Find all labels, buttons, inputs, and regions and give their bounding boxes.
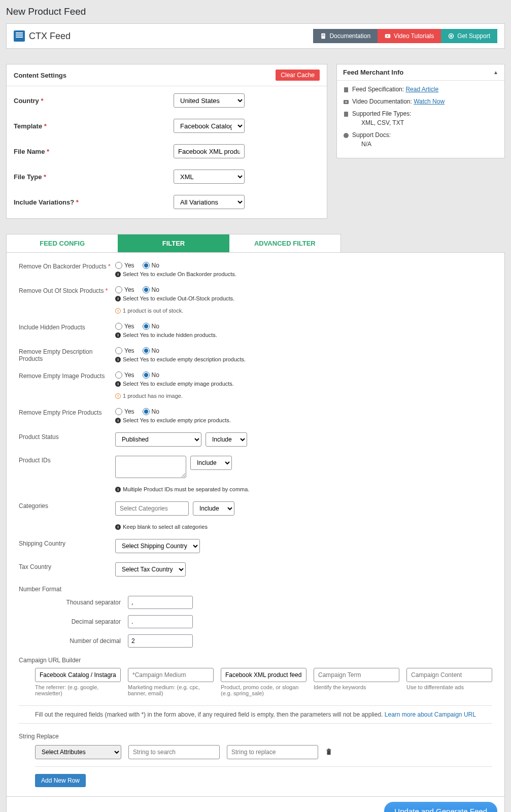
- svg-rect-14: [328, 749, 330, 750]
- campaign-source-input[interactable]: [35, 668, 121, 682]
- ids-include-select[interactable]: Include: [190, 456, 232, 470]
- emptyimg-warn: 1 product has no image.: [123, 393, 183, 399]
- info-icon: i: [115, 524, 121, 530]
- video-label: Video Documentation:: [352, 98, 412, 105]
- campaign-term-input[interactable]: [314, 668, 399, 682]
- video-tutorials-button[interactable]: Video Tutorials: [378, 29, 441, 43]
- support-label: Support Docs:: [352, 131, 391, 139]
- campaign-medium-hint: Marketing medium: (e.g. cpc, banner, ema…: [128, 684, 214, 696]
- support-value: N/A: [361, 141, 391, 148]
- update-generate-feed-button[interactable]: Update and Generate Feed: [384, 802, 497, 812]
- emptyimg-yes-radio[interactable]: [115, 371, 122, 379]
- thousand-input[interactable]: [128, 596, 193, 609]
- numdec-label: Number of decimal: [19, 637, 128, 645]
- tabs: FEED CONFIG FILTER ADVANCED FILTER: [6, 234, 341, 252]
- get-support-button[interactable]: Get Support: [441, 29, 497, 43]
- warning-icon: !: [115, 393, 121, 399]
- watch-now-link[interactable]: Watch Now: [414, 98, 445, 105]
- documentation-button[interactable]: Documentation: [313, 29, 378, 43]
- add-new-row-button[interactable]: Add New Row: [35, 774, 86, 787]
- document-icon: [320, 33, 326, 39]
- backorder-yes-radio[interactable]: [115, 262, 122, 269]
- ctx-feed-logo-icon: [14, 30, 25, 42]
- decimal-input[interactable]: [128, 615, 193, 628]
- hidden-no-radio[interactable]: [143, 323, 150, 330]
- tax-label: Tax Country: [19, 562, 115, 570]
- campaign-header: Campaign URL Builder: [19, 657, 492, 664]
- emptydesc-help: Select Yes to exclude empty description …: [123, 356, 246, 362]
- emptydesc-no-radio[interactable]: [143, 347, 150, 354]
- numdec-input[interactable]: [128, 634, 193, 648]
- campaign-name-input[interactable]: [221, 668, 306, 682]
- string-search-input[interactable]: [128, 745, 220, 759]
- country-select[interactable]: United States: [174, 93, 245, 108]
- feed-merchant-info-card: Feed Merchant Info ▲ Feed Specification:…: [336, 64, 505, 158]
- cat-include-select[interactable]: Include: [193, 501, 234, 516]
- top-card: CTX Feed Documentation Video Tutorials G…: [6, 23, 505, 49]
- emptydesc-yes-radio[interactable]: [115, 347, 122, 354]
- emptydesc-label: Remove Empty Description Products: [19, 347, 115, 362]
- string-attr-select[interactable]: Select Attributes: [35, 745, 121, 759]
- sup-label: Get Support: [457, 32, 490, 40]
- country-label: Country: [14, 97, 39, 105]
- ids-help: Multiple Product IDs must be separated b…: [123, 486, 249, 492]
- campaign-learn-more-link[interactable]: Learn more about Campaign URL: [385, 711, 476, 718]
- sidebar-title: Feed Merchant Info: [343, 69, 403, 76]
- outofstock-no-radio[interactable]: [143, 286, 150, 293]
- filetype-label: File Type: [14, 173, 42, 181]
- info-icon: i: [115, 487, 121, 492]
- status-include-select[interactable]: Include: [206, 432, 247, 447]
- content-settings-card: Content Settings Clear Cache Country * U…: [6, 64, 327, 219]
- categories-input[interactable]: [115, 501, 189, 516]
- template-select[interactable]: Facebook Catalog / Instagram: [174, 119, 245, 133]
- doc-label: Documentation: [329, 32, 370, 40]
- cat-help: Keep blank to select all categories: [123, 524, 208, 530]
- campaign-medium-input[interactable]: [128, 668, 214, 682]
- read-article-link[interactable]: Read Article: [405, 86, 438, 93]
- warning-icon: !: [115, 308, 121, 314]
- outofstock-yes-radio[interactable]: [115, 286, 122, 293]
- emptyimg-label: Remove Empty Image Products: [19, 371, 115, 380]
- tab-filter[interactable]: FILTER: [118, 234, 229, 252]
- cat-label: Categories: [19, 501, 115, 510]
- collapse-icon[interactable]: ▲: [493, 70, 498, 75]
- svg-rect-2: [322, 36, 325, 36]
- tax-country-select[interactable]: Select Tax Country: [115, 562, 186, 577]
- ship-label: Shipping Country: [19, 539, 115, 547]
- file-icon: [343, 111, 349, 117]
- campaign-content-hint: Use to differentiate ads: [406, 684, 492, 690]
- bottom-bar: Update and Generate Feed: [6, 797, 505, 812]
- filetypes-label: Supported File Types:: [352, 110, 412, 117]
- template-label: Template: [14, 122, 42, 130]
- outofstock-label: Remove Out Of Stock Products: [19, 287, 104, 294]
- lifebuoy-icon: [448, 33, 454, 39]
- emptyimg-no-radio[interactable]: [143, 371, 150, 379]
- status-select[interactable]: Published: [115, 432, 201, 447]
- filename-input[interactable]: [174, 144, 245, 158]
- shipping-country-select[interactable]: Select Shipping Country: [115, 539, 200, 553]
- campaign-term-hint: Identify the keywords: [314, 684, 399, 690]
- filter-panel: Remove On Backorder Products * Yes No iS…: [6, 252, 505, 797]
- svg-point-5: [449, 34, 454, 39]
- hidden-yes-radio[interactable]: [115, 323, 122, 330]
- clear-cache-button[interactable]: Clear Cache: [276, 70, 320, 81]
- page-title: New Product Feed: [6, 6, 505, 17]
- tab-advanced-filter[interactable]: ADVANCED FILTER: [229, 234, 340, 252]
- backorder-no-radio[interactable]: [143, 262, 150, 269]
- variations-select[interactable]: All Variations: [174, 195, 245, 209]
- svg-rect-7: [344, 87, 348, 92]
- emptyprice-yes-radio[interactable]: [115, 408, 122, 415]
- logo-wrap: CTX Feed: [14, 30, 71, 42]
- backorder-help: Select Yes to exclude On Backorder produ…: [123, 271, 236, 277]
- required-mark: *: [47, 148, 49, 155]
- product-ids-textarea[interactable]: [115, 456, 186, 478]
- trash-icon[interactable]: [325, 748, 332, 756]
- svg-point-6: [451, 36, 452, 37]
- emptyprice-no-radio[interactable]: [143, 408, 150, 415]
- backorder-label: Remove On Backorder Products: [19, 263, 107, 270]
- filetype-select[interactable]: XML: [174, 170, 245, 184]
- campaign-content-input[interactable]: [406, 668, 492, 682]
- emptyprice-help: Select Yes to exclude empty price produc…: [123, 417, 231, 423]
- string-replace-input[interactable]: [227, 745, 318, 759]
- tab-feed-config[interactable]: FEED CONFIG: [7, 234, 118, 252]
